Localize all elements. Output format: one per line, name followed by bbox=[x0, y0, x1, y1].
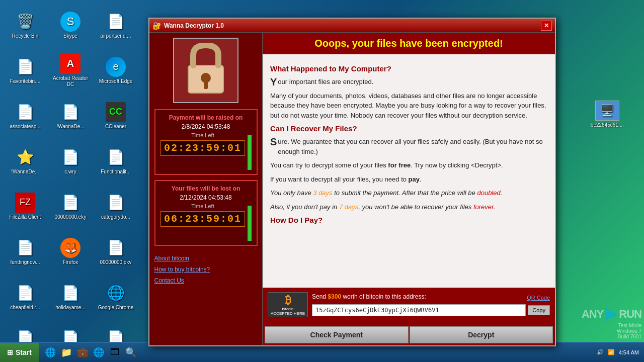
bitcoin-accepted-text: ACCEPTED HERE bbox=[271, 311, 305, 316]
copy-button[interactable]: Copy bbox=[528, 305, 550, 315]
section1-p1: Your important files are encrypted. bbox=[270, 77, 547, 87]
icon-chrome[interactable]: 🌐 Google Chrome bbox=[93, 274, 138, 319]
start-label: Start bbox=[16, 348, 32, 356]
bitcoin-address-container: Send $300 worth of bitcoin to this addre… bbox=[312, 293, 550, 316]
decrypt-button[interactable]: Decrypt bbox=[410, 326, 553, 343]
icon-label: Recycle Bin bbox=[12, 33, 39, 39]
section2-p3: If you want to decrypt all your files, y… bbox=[270, 174, 547, 185]
about-bitcoin-link[interactable]: About bitcoin bbox=[154, 255, 258, 262]
monitor-icon: 🖥️ bbox=[595, 101, 619, 121]
contact-us-link[interactable]: Contact Us bbox=[154, 277, 258, 284]
file-icon: 📄 bbox=[15, 238, 35, 258]
lost-timer-date: 2/12/2024 04:53:48 bbox=[160, 194, 252, 201]
icon-label: Favoritebin.... bbox=[10, 78, 41, 84]
desktop-icons: 🗑️ Recycle Bin S Skype 📄 airportsend....… bbox=[0, 0, 151, 342]
icon-holidayame[interactable]: 📄 holidayame... bbox=[48, 274, 93, 319]
icon-cheapfield[interactable]: 📄 cheapfield.r... bbox=[3, 274, 48, 319]
payment-time-left-label: Time Left bbox=[160, 132, 246, 138]
icon-categorydo[interactable]: 📄 categorydo... bbox=[93, 184, 138, 229]
icon-label: FileZilla Client bbox=[10, 214, 41, 220]
icon-acrobat[interactable]: A Acrobat Reader DC bbox=[48, 48, 93, 93]
icon-00000eky[interactable]: 📄 00000000.eky bbox=[48, 184, 93, 229]
taskbar-folder-icon[interactable]: 📁 bbox=[59, 345, 73, 359]
anyrun-logo: ANY RUN bbox=[582, 307, 641, 322]
left-panel: Payment will be raised on 2/8/2024 04:53… bbox=[149, 33, 263, 345]
acrobat-icon: A bbox=[60, 54, 80, 74]
icon-iwannaDe[interactable]: ⭐ !WannaDe... bbox=[3, 138, 48, 184]
anyrun-text: ANY bbox=[582, 308, 603, 321]
left-links: About bitcoin How to buy bitcoins? Conta… bbox=[149, 251, 263, 288]
taskbar-ie-icon[interactable]: 🌐 bbox=[43, 345, 57, 359]
icon-00000pkv[interactable]: 📄 00000000.pkv bbox=[93, 229, 138, 274]
how-to-buy-link[interactable]: How to buy bitcoins? bbox=[154, 266, 258, 273]
qr-code-link[interactable]: QR Code bbox=[527, 295, 550, 301]
icon-be22645[interactable]: 🖥️ be22645c61.... bbox=[591, 101, 624, 128]
taskbar-sound-icon: 🔊 bbox=[597, 349, 604, 355]
bitcoin-logo: ₿ bitcoin ACCEPTED HERE bbox=[268, 292, 308, 317]
window-title-text: Wanna Decryptor 1.0 bbox=[164, 22, 541, 29]
section2-p4: You only have 3 days to submit the payme… bbox=[270, 188, 547, 198]
icon-label: categorydo... bbox=[101, 214, 130, 220]
icon-label: holidayame... bbox=[55, 305, 85, 311]
icon-airportsend[interactable]: 📄 airportsend.... bbox=[93, 3, 138, 48]
taskbar-network-icon: 📶 bbox=[608, 349, 615, 355]
section1-title: What Happened to My Computer? bbox=[270, 64, 547, 73]
icon-label: cheapfield.r... bbox=[10, 305, 40, 311]
icon-label: CCleaner bbox=[105, 124, 126, 130]
icon-ccleaner[interactable]: CC CCleaner bbox=[93, 93, 138, 138]
skype-icon: S bbox=[60, 12, 80, 32]
filezilla-icon: FZ bbox=[15, 193, 35, 213]
payment-timer-title: Payment will be raised on bbox=[160, 114, 252, 121]
desktop: 🗑️ Recycle Bin S Skype 📄 airportsend....… bbox=[0, 0, 644, 362]
bitcoin-section: ₿ bitcoin ACCEPTED HERE Send $300 worth … bbox=[263, 288, 555, 324]
file-icon: 📄 bbox=[60, 147, 80, 167]
section3-title: How Do I Pay? bbox=[270, 216, 547, 224]
icon-favoritebin[interactable]: 📄 Favoritebin.... bbox=[3, 48, 48, 93]
icon-iwannaDe2[interactable]: 📄 !WannaDe... bbox=[48, 93, 93, 138]
icon-filezilla[interactable]: FZ FileZilla Client bbox=[3, 184, 48, 229]
file-icon: 📄 bbox=[106, 238, 126, 258]
chrome-icon: 🌐 bbox=[106, 283, 126, 303]
section2-p2: You can try to decrypt some of your file… bbox=[270, 160, 547, 170]
taskbar-winamp-icon[interactable]: 💼 bbox=[75, 345, 90, 359]
icon-label: 00000000.eky bbox=[55, 214, 87, 220]
icon-label: Firefox bbox=[63, 259, 78, 265]
taskbar-search-icon[interactable]: 🔍 bbox=[124, 345, 138, 359]
icon-cwry[interactable]: 📄 c.wry bbox=[48, 138, 93, 184]
check-payment-button[interactable]: Check Payment bbox=[265, 326, 409, 343]
start-button[interactable]: ⊞ Start bbox=[0, 343, 39, 362]
right-content[interactable]: What Happened to My Computer? Your impor… bbox=[263, 54, 555, 288]
icon-fundingnow[interactable]: 📄 fundingnow... bbox=[3, 229, 48, 274]
file-icon: 📄 bbox=[15, 283, 35, 303]
file-icon: 📄 bbox=[60, 102, 80, 122]
firefox-icon: 🦊 bbox=[60, 238, 80, 258]
file-icon: 📄 bbox=[106, 193, 126, 213]
file-icon: 📄 bbox=[15, 102, 35, 122]
icon-msedge[interactable]: e Microsoft Edge bbox=[93, 48, 138, 93]
drop-cap-y: Y bbox=[270, 77, 277, 87]
taskbar-window-icon[interactable]: 🗔 bbox=[108, 345, 122, 359]
icon-recycle-bin[interactable]: 🗑️ Recycle Bin bbox=[3, 3, 48, 48]
right-panel: Ooops, your files have been encrypted! W… bbox=[263, 33, 555, 345]
icon-firefox[interactable]: 🦊 Firefox bbox=[48, 229, 93, 274]
icon-label: be22645c61.... bbox=[591, 122, 624, 128]
recycle-bin-icon: 🗑️ bbox=[15, 12, 35, 32]
edge-icon: e bbox=[106, 57, 126, 77]
file-icon: 📄 bbox=[106, 12, 126, 32]
bitcoin-address-row: Copy bbox=[312, 304, 550, 316]
build-info: Test ModeWindows 7Build 7601 bbox=[617, 323, 641, 339]
file-icon: 📄 bbox=[60, 283, 80, 303]
section1-p2: Many of your documents, photos, videos, … bbox=[270, 91, 547, 121]
icon-skype[interactable]: S Skype bbox=[48, 3, 93, 48]
bitcoin-send-text: Send $300 worth of bitcoin to this addre… bbox=[312, 293, 426, 300]
icon-associatesp[interactable]: 📄 associatesp... bbox=[3, 93, 48, 138]
bitcoin-address-field[interactable] bbox=[312, 304, 526, 316]
taskbar-chrome-icon[interactable]: 🌐 bbox=[92, 345, 106, 359]
file-icon: 📄 bbox=[60, 193, 80, 213]
anyrun-run-text: RUN bbox=[619, 308, 641, 321]
icon-functionality[interactable]: 📄 Functionalit... bbox=[93, 138, 138, 184]
window-close-button[interactable]: ✕ bbox=[541, 21, 552, 31]
icon-label: 00000000.pkv bbox=[100, 259, 132, 265]
header-title: Ooops, your files have been encrypted! bbox=[270, 38, 547, 49]
lost-timer-box: Your files will be lost on 2/12/2024 04:… bbox=[154, 180, 258, 246]
